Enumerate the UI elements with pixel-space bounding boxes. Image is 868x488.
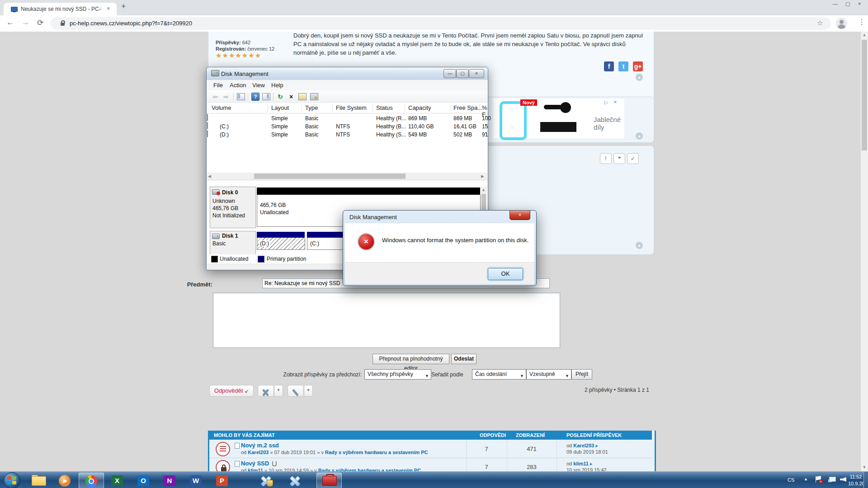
dm-titlebar[interactable]: Disk Management — ▢ × xyxy=(207,67,488,80)
order-select[interactable]: Vzestupně ▼ xyxy=(526,369,571,380)
adchoices-icon[interactable]: ▷ xyxy=(604,99,608,105)
dm-maximize-button[interactable]: ▢ xyxy=(456,69,469,78)
tray-expand-icon[interactable]: ▲ xyxy=(804,477,808,481)
dm-close-button[interactable]: × xyxy=(469,69,484,78)
refresh-icon[interactable]: ↻ xyxy=(276,92,285,101)
page-scrollbar[interactable]: ▲ ▼ xyxy=(861,32,868,471)
disk-management-error-dialog[interactable]: Disk Management × × Windows cannot forma… xyxy=(343,210,537,286)
taskbar-media-player[interactable]: ▶ xyxy=(52,473,77,488)
window-minimize-icon[interactable]: — xyxy=(833,1,838,6)
volume-row[interactable]: Simple Basic Healthy (R... 869 MB 869 MB… xyxy=(207,114,487,122)
meta-forum-link[interactable]: Rady s výběrem hardwaru a sestavením PC xyxy=(318,468,421,471)
quote-button[interactable]: ❝ xyxy=(613,153,625,164)
taskbar-word[interactable]: W xyxy=(184,473,208,488)
col-volume[interactable]: Volume xyxy=(212,104,231,111)
report-button[interactable]: ! xyxy=(600,153,612,164)
facebook-icon[interactable]: f xyxy=(604,61,614,71)
topic-row[interactable]: Nový m.2 ssd od Karel203 » 07 dub 2019 1… xyxy=(209,440,652,458)
bookmark-star-icon[interactable]: ☆ xyxy=(817,19,823,27)
sort-select[interactable]: Čas odeslání ▼ xyxy=(472,369,526,380)
last-author-link[interactable]: klim11 xyxy=(573,461,589,466)
col-filesystem[interactable]: File System xyxy=(336,104,367,111)
scrollbar-thumb[interactable] xyxy=(862,40,867,150)
switch-editor-button[interactable]: Přepnout na plnohodnotný editor xyxy=(373,354,449,364)
forward-icon[interactable]: ⇨ xyxy=(222,92,231,101)
goto-post-icon[interactable]: ▸ xyxy=(590,461,593,466)
col-freespace[interactable]: Free Spa... xyxy=(453,104,482,111)
topic-tools-dropdown[interactable]: ▼ xyxy=(274,385,283,397)
properties-icon[interactable] xyxy=(298,93,307,100)
back-icon[interactable]: ← xyxy=(6,18,14,27)
reply-button[interactable]: Odpovědět ↙ xyxy=(209,385,254,397)
taskbar-explorer[interactable] xyxy=(26,473,51,488)
scrollbar-down-icon[interactable]: ▼ xyxy=(861,465,868,469)
topic-tools-button[interactable] xyxy=(258,385,274,397)
window-close-icon[interactable]: × xyxy=(858,1,861,6)
scroll-right-icon[interactable]: ▶ xyxy=(481,174,484,178)
menu-action[interactable]: Action xyxy=(230,82,246,89)
taskbar-chrome-active[interactable] xyxy=(79,473,104,488)
volume-row[interactable]: (D:) Simple Basic NTFS Healthy (S... 549… xyxy=(207,131,487,139)
submit-button[interactable]: Odeslat xyxy=(451,354,476,364)
help-icon[interactable]: ? xyxy=(251,93,259,101)
ad-title[interactable]: Jablečné díly xyxy=(594,116,624,131)
taskbar-admin-tool-1[interactable] xyxy=(253,473,278,488)
console-tree-icon[interactable] xyxy=(237,93,245,100)
meta-author-link[interactable]: Karel203 xyxy=(248,450,269,455)
topic-title-link[interactable]: Nový SSD xyxy=(241,460,269,467)
browser-tab[interactable]: Neukazuje se mi nový SSD - PC-H × xyxy=(4,3,117,15)
goto-post-icon[interactable]: ▸ xyxy=(595,443,598,448)
message-textarea[interactable] xyxy=(213,293,560,348)
twitter-icon[interactable]: t xyxy=(618,61,628,71)
menu-view[interactable]: View xyxy=(252,82,265,89)
taskbar-outlook[interactable]: O xyxy=(131,473,156,488)
googleplus-icon[interactable]: g+ xyxy=(633,61,643,71)
meta-forum-link[interactable]: Rady s výběrem hardwaru a sestavením PC xyxy=(325,450,428,455)
mod-tools-dropdown[interactable]: ▼ xyxy=(304,385,313,397)
meta-author-link[interactable]: klim11 xyxy=(248,468,263,471)
dm-minimize-button[interactable]: — xyxy=(443,69,456,78)
collapse-up-icon[interactable]: ▲ xyxy=(636,132,643,140)
reload-icon[interactable]: ⟳ xyxy=(37,18,43,28)
back-icon[interactable]: ⇦ xyxy=(211,92,220,101)
disk1-label-cell[interactable]: Disk 1 Basic xyxy=(210,231,256,255)
disk0-label-cell[interactable]: ↓ Disk 0 Unknown 465,76 GB Not Initializ… xyxy=(210,187,256,228)
col-layout[interactable]: Layout xyxy=(271,104,289,111)
tray-clock[interactable]: 11:52 10.9.2019 xyxy=(848,474,863,487)
taskbar-admin-tool-2[interactable] xyxy=(282,473,307,488)
ad-close-icon[interactable]: × xyxy=(613,99,617,105)
last-author-link[interactable]: Karel203 xyxy=(573,443,594,448)
delete-icon[interactable]: × xyxy=(287,92,296,101)
menu-help[interactable]: Help xyxy=(271,82,283,89)
taskbar-excel[interactable]: X xyxy=(105,473,129,488)
scroll-top-icon[interactable]: ▲ xyxy=(636,74,643,81)
scroll-up-icon[interactable]: ▲ xyxy=(636,242,643,249)
volume-row[interactable]: (C:) Simple Basic NTFS Healthy (B... 110… xyxy=(207,122,487,131)
wizard-icon[interactable] xyxy=(310,93,318,100)
go-button[interactable]: Přejít xyxy=(571,369,592,380)
language-indicator[interactable]: CS xyxy=(788,477,794,483)
action-center-flag-icon[interactable]: × xyxy=(816,475,824,484)
dm-horizontal-scrollbar[interactable]: ◀ ▶ xyxy=(207,173,487,180)
dm-scroll-thumb[interactable] xyxy=(254,174,406,179)
mod-tools-button[interactable] xyxy=(288,385,304,397)
topic-row[interactable]: Nový SSD od klim11 » 10 srp 2019 14:59 »… xyxy=(209,458,652,471)
topic-title-link[interactable]: Nový m.2 ssd xyxy=(241,442,279,449)
dialog-close-button[interactable]: × xyxy=(509,211,530,220)
accept-button[interactable]: ✓ xyxy=(627,153,639,164)
col-type[interactable]: Type xyxy=(305,104,318,111)
window-restore-icon[interactable]: ▢ xyxy=(845,1,850,7)
show-desktop-button[interactable] xyxy=(863,472,868,488)
scroll-left-icon[interactable]: ◀ xyxy=(208,174,211,178)
new-tab-button[interactable]: + xyxy=(121,2,126,11)
ad-container[interactable]: Nový Jablečné díly ▷ × xyxy=(493,99,624,138)
col-status[interactable]: Status xyxy=(376,104,393,111)
browser-menu-icon[interactable]: ⋮ xyxy=(858,18,865,26)
menu-file[interactable]: File xyxy=(213,82,223,89)
taskbar-toolbox-active[interactable] xyxy=(316,473,342,488)
disk1-d-partition[interactable]: (D:) xyxy=(257,238,305,250)
address-bar[interactable]: pc-help.cnews.cz/viewtopic.php?f=7&t=209… xyxy=(51,17,831,30)
volume-speaker-icon[interactable] xyxy=(840,475,848,484)
col-capacity[interactable]: Capacity xyxy=(408,104,431,111)
taskbar-onenote[interactable]: N xyxy=(157,473,182,488)
